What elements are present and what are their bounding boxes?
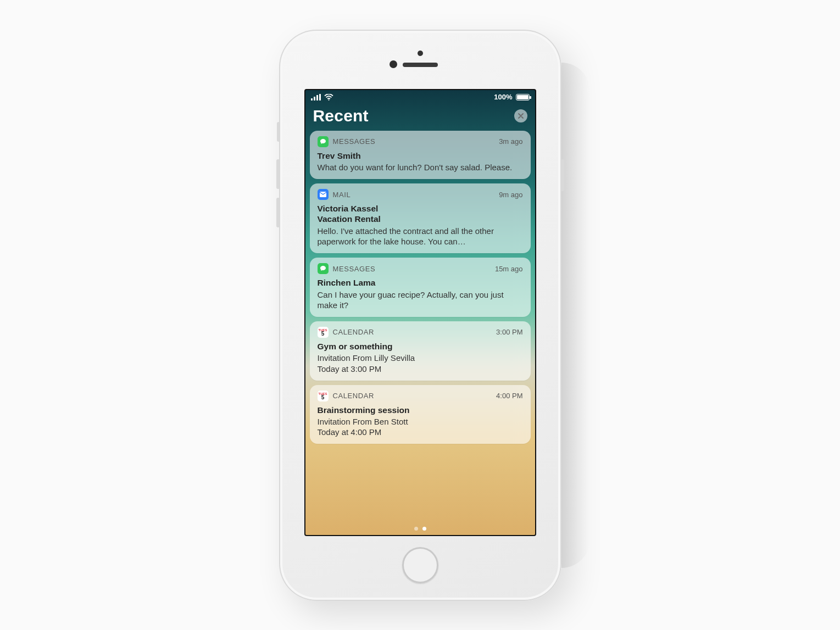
battery-percent: 100% <box>494 93 512 101</box>
mute-switch[interactable] <box>277 122 280 142</box>
wifi-icon <box>324 94 333 101</box>
notification-list[interactable]: MESSAGES 3m ago Trev Smith What do you w… <box>305 131 535 444</box>
notification-title: Victoria Kassel <box>318 203 523 214</box>
svg-rect-3 <box>319 94 321 101</box>
front-camera <box>418 51 423 56</box>
power-button[interactable] <box>560 159 564 191</box>
screen: 100% Recent MESSAGES 3m ago Trev Smith W… <box>304 89 536 536</box>
close-icon <box>518 113 524 119</box>
notification-subtitle: Vacation Rental <box>318 214 523 224</box>
page-dot[interactable] <box>414 527 418 531</box>
notification-card[interactable]: MAIL 9m ago Victoria Kassel Vacation Ren… <box>310 183 531 253</box>
notification-time: 3:00 PM <box>496 328 522 336</box>
status-bar: 100% <box>305 90 535 104</box>
svg-rect-2 <box>316 95 318 101</box>
notification-time: 15m ago <box>495 265 523 273</box>
notification-time: 4:00 PM <box>496 392 522 400</box>
notification-time: 3m ago <box>499 137 522 146</box>
notification-app-name: CALENDAR <box>333 392 375 400</box>
phone-frame: 100% Recent MESSAGES 3m ago Trev Smith W… <box>279 30 561 601</box>
notification-time: 9m ago <box>499 191 522 199</box>
notification-card[interactable]: MESSAGES 3m ago Trev Smith What do you w… <box>310 131 531 180</box>
messages-icon <box>318 263 329 274</box>
calendar-icon: TUES5 <box>318 391 329 402</box>
notification-app-name: CALENDAR <box>333 328 375 336</box>
notification-body: Invitation From Ben StottToday at 4:00 P… <box>318 416 523 437</box>
proximity-sensor <box>390 60 397 68</box>
calendar-icon: TUES5 <box>318 327 329 338</box>
cell-signal-icon <box>311 94 321 101</box>
notification-title: Gym or something <box>318 341 523 352</box>
notification-card[interactable]: MESSAGES 15m ago Rinchen Lama Can I have… <box>310 258 531 317</box>
page-title: Recent <box>313 107 369 125</box>
notification-app-name: MESSAGES <box>333 265 376 273</box>
page-dot-active[interactable] <box>422 527 426 531</box>
notification-title: Rinchen Lama <box>318 277 523 288</box>
notification-body: Hello. I've attached the contract and al… <box>318 226 523 247</box>
mail-icon <box>318 189 329 200</box>
notifications-header: Recent <box>305 104 535 131</box>
notification-body: Invitation From Lilly SevillaToday at 3:… <box>318 353 523 373</box>
earpiece-speaker <box>403 63 438 67</box>
notification-body: What do you want for lunch? Don't say sa… <box>318 162 523 172</box>
page-indicator[interactable] <box>305 527 535 531</box>
notification-title: Trev Smith <box>318 150 523 161</box>
notification-body: Can I have your guac recipe? Actually, c… <box>318 289 523 310</box>
notification-app-name: MAIL <box>333 191 351 199</box>
notification-card[interactable]: TUES5 CALENDAR 4:00 PM Brainstorming ses… <box>310 385 531 444</box>
svg-rect-0 <box>311 98 313 101</box>
notification-card[interactable]: TUES5 CALENDAR 3:00 PM Gym or something … <box>310 321 531 381</box>
svg-point-4 <box>328 99 329 101</box>
volume-down-button[interactable] <box>276 198 280 227</box>
svg-rect-1 <box>314 97 315 101</box>
battery-icon <box>516 94 530 101</box>
phone-drop-shadow <box>561 63 590 568</box>
close-button[interactable] <box>514 109 527 122</box>
notification-title: Brainstorming session <box>318 405 523 415</box>
home-button[interactable] <box>402 547 438 583</box>
volume-up-button[interactable] <box>276 159 280 189</box>
notification-app-name: MESSAGES <box>333 137 376 146</box>
messages-icon <box>318 136 329 147</box>
